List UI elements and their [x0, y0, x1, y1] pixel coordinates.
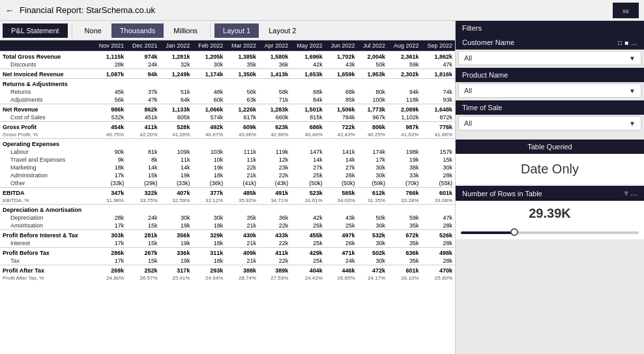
row-cell: 660k — [259, 113, 291, 122]
row-cell: 2,361k — [388, 52, 421, 61]
tab-layout2[interactable]: Layout 2 — [260, 23, 304, 38]
row-label: Returns & Adjustments — [0, 79, 93, 89]
table-row: Amortisation17k15k19k18k21k22k25k25k30k3… — [0, 222, 455, 230]
slider-area — [456, 226, 644, 239]
row-cell: 470k — [421, 265, 455, 275]
filter-time-of-sale-dropdown[interactable]: All ▼ — [458, 116, 641, 130]
row-cell: 1,659k — [325, 69, 358, 79]
filter-product-name-label: Product Name — [462, 71, 508, 79]
row-label: Returns — [0, 88, 93, 96]
row-cell: 17k — [93, 239, 126, 248]
row-cell: 1,702k — [325, 52, 358, 61]
row-cell: 623k — [259, 122, 291, 132]
row-cell: 574k — [192, 113, 226, 122]
row-cell: 100k — [358, 96, 388, 104]
row-cell — [126, 79, 160, 89]
row-cell: 15k — [126, 239, 160, 248]
row-cell — [325, 79, 358, 89]
row-cell: 14k — [126, 164, 160, 171]
filter-customer-name-more[interactable]: … — [631, 39, 637, 46]
row-cell: 565k — [325, 188, 358, 198]
row-cell — [93, 139, 126, 149]
table-row: Other(33k)(29k)(33k)(36k)(41k)(43k)(50k)… — [0, 179, 455, 188]
row-cell: 43.96% — [226, 131, 259, 139]
row-cell: 47k — [421, 61, 455, 69]
table-row: Adjustments56k4?k64k60k63k71k84k85k100k1… — [0, 96, 455, 104]
tab-pl-statement[interactable]: P&L Statement — [3, 23, 68, 38]
tab-millions[interactable]: Millions — [165, 23, 206, 38]
row-cell: 35k — [226, 214, 259, 222]
row-cell: 1,501k — [291, 104, 325, 114]
col-header-may2022: May 2022 — [291, 40, 325, 52]
row-cell: 93k — [421, 96, 455, 104]
row-cell — [325, 139, 358, 149]
filter-customer-name-icon2[interactable]: ■ — [624, 39, 628, 46]
logo: SS — [613, 3, 639, 18]
row-cell: (50k) — [325, 179, 358, 188]
tab-thousands[interactable]: Thousands — [111, 23, 164, 38]
row-cell: 68k — [291, 88, 325, 96]
rows-more-icon[interactable]: … — [630, 189, 637, 197]
row-cell: 523k — [291, 188, 325, 198]
row-cell: 25.41% — [160, 274, 193, 282]
row-cell: 21k — [226, 257, 259, 265]
row-cell: 21k — [226, 239, 259, 248]
table-row: EBITDA, %31.98%33.75%32.59%32.12%35.92%3… — [0, 197, 455, 205]
row-cell: 19k — [160, 239, 193, 248]
row-label: Depreciation — [0, 214, 93, 222]
row-cell: 10k — [192, 156, 226, 164]
filter-customer-name-icon1[interactable]: □ — [618, 39, 622, 46]
back-button[interactable]: ← — [5, 5, 14, 16]
col-header-mar2022: Mar 2022 — [226, 40, 259, 52]
row-cell: 198k — [388, 148, 421, 156]
row-label: Depreciation & Amortisation — [0, 205, 93, 214]
row-cell: 60k — [192, 96, 226, 104]
title-bar: ← Financial Report: StarSchema.co.uk SS — [0, 0, 644, 21]
row-label: Travel and Expenses — [0, 156, 93, 164]
row-cell: 446k — [325, 265, 358, 275]
row-cell — [358, 79, 388, 89]
row-cell: 31.98% — [93, 197, 126, 205]
row-cell: 25k — [291, 222, 325, 230]
row-cell: 411k — [259, 248, 291, 258]
row-cell: 11k — [160, 156, 193, 164]
filter-customer-name-dropdown[interactable]: All ▼ — [458, 51, 641, 65]
row-cell: 141k — [325, 148, 358, 156]
row-cell: 32.12% — [192, 197, 226, 205]
row-cell: 24k — [325, 257, 358, 265]
tab-layout1[interactable]: Layout 1 — [214, 23, 259, 38]
row-cell: 498k — [421, 248, 455, 258]
tab-none[interactable]: None — [76, 23, 110, 38]
row-cell: 31.35% — [358, 197, 388, 205]
row-label: Profit Before Interest & Tax — [0, 230, 93, 240]
row-cell — [259, 79, 291, 89]
row-cell: 32.59% — [160, 197, 193, 205]
table-row: Profit After Tax269k252k317k293k388k389k… — [0, 265, 455, 275]
rows-filter-icon[interactable]: ▿ — [624, 189, 628, 197]
slider-handle[interactable] — [510, 228, 518, 236]
row-cell: 30k — [358, 164, 388, 171]
chevron-down-icon2: ▼ — [629, 87, 636, 95]
row-label: Net Invoiced Revenue — [0, 69, 93, 79]
row-cell: 28k — [421, 171, 455, 179]
slider-track[interactable] — [461, 231, 639, 234]
row-cell: 1,249k — [160, 69, 193, 79]
row-cell: 40.25% — [358, 131, 388, 139]
row-cell: (36k) — [192, 179, 226, 188]
row-cell: 17k — [93, 171, 126, 179]
col-header-jan2022: Jan 2022 — [160, 40, 193, 52]
row-cell: 25k — [291, 239, 325, 248]
row-cell — [358, 205, 388, 214]
page-title: Financial Report: StarSchema.co.uk — [20, 5, 613, 15]
row-cell: 30k — [192, 61, 226, 69]
row-cell: 15k — [126, 257, 160, 265]
row-cell: 84k — [291, 96, 325, 104]
row-cell: 28.74% — [226, 274, 259, 282]
table-row: Returns45k37k51k48k56k58k68k68k80k94k74k — [0, 88, 455, 96]
row-cell — [192, 205, 226, 214]
row-cell: 27k — [325, 164, 358, 171]
right-panel: Filters Customer Name □ ■ … All ▼ Produc… — [455, 21, 644, 354]
row-cell: 1,283k — [259, 104, 291, 114]
rows-section: Number of Rows in Table ▿ … 29.39K — [456, 186, 644, 239]
filter-product-name-dropdown[interactable]: All ▼ — [458, 83, 641, 98]
